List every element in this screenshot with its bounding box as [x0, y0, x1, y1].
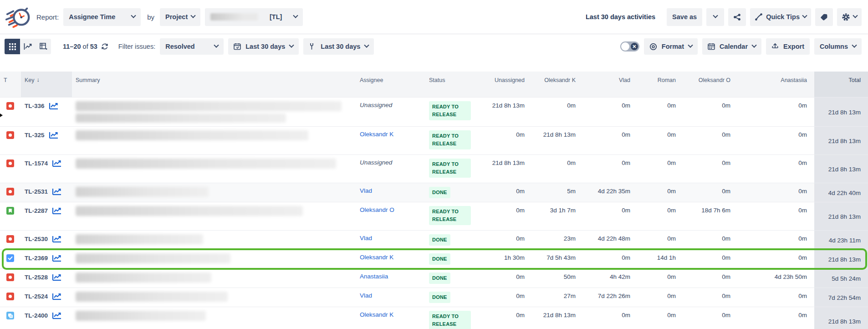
column-header-total[interactable]: Total [814, 72, 868, 97]
issue-key[interactable]: TL-2400 [25, 312, 48, 319]
issue-trend-chart-icon[interactable] [52, 207, 62, 215]
gear-icon [842, 13, 850, 21]
chevron-down-icon [751, 43, 756, 48]
issue-key[interactable]: TL-336 [25, 103, 45, 109]
chevron-down-icon [191, 13, 196, 18]
column-header-p5[interactable]: Anastasiia [738, 72, 814, 97]
column-header-summary[interactable]: Summary [72, 72, 356, 97]
date-range-dropdown[interactable]: Last 30 days [228, 38, 299, 55]
issue-row-TL-2369[interactable]: TL-2369Oleksandr KDONE1h 30m7d 5h 43m0m1… [0, 249, 868, 268]
report-label: Report: [36, 13, 59, 21]
column-header-assignee[interactable]: Assignee [356, 72, 425, 97]
issue-row-TL-2530[interactable]: TL-2530VladDONE0m23m4d 22h 48m0m0m0m4d 2… [0, 230, 868, 249]
issue-trend-chart-icon[interactable] [52, 273, 62, 281]
issue-key[interactable]: TL-1574 [25, 160, 48, 167]
refresh-button[interactable] [101, 43, 108, 50]
time-value-p5: 0m [738, 155, 814, 170]
status-filter-dropdown[interactable]: Resolved [160, 38, 224, 55]
issue-row-TL-2531[interactable]: TL-2531VladDONE0m5m4d 22h 35m0m0m0m4d 22… [0, 183, 868, 202]
assignee-link[interactable]: Vlad [360, 235, 372, 242]
issue-trend-chart-icon[interactable] [52, 235, 62, 243]
issue-key[interactable]: TL-2287 [25, 207, 48, 214]
columns-dropdown[interactable]: Columns [814, 38, 862, 55]
status-badge: READY TO RELEASE [429, 130, 471, 149]
assignee-link[interactable]: Oleksandr K [360, 254, 393, 261]
time-value-p1: 21d 8h 13m [532, 307, 583, 322]
app-logo-icon [4, 3, 32, 31]
grid-view-button[interactable] [5, 39, 20, 54]
issue-key[interactable]: TL-2531 [25, 188, 48, 195]
column-header-status[interactable]: Status [425, 72, 482, 97]
time-value-p5: 0m [738, 288, 814, 303]
issue-trend-chart-icon[interactable] [49, 131, 59, 139]
pivot-view-button[interactable] [36, 39, 51, 54]
time-value-p3: 0m [638, 307, 683, 322]
group-by-dropdown[interactable]: Project [160, 8, 200, 26]
time-value-p4: 0m [683, 288, 738, 303]
save-as-button[interactable]: Save as [667, 8, 702, 26]
save-as-menu-button[interactable] [706, 8, 724, 26]
total-time-value: 21d 8h 13m [814, 155, 868, 183]
issue-trend-chart-icon[interactable] [52, 159, 62, 167]
report-type-dropdown[interactable]: Assignee Time [63, 8, 141, 26]
time-value-p1: 27m [532, 288, 583, 303]
assignee-link[interactable]: Oleksandr K [360, 311, 393, 318]
issue-key[interactable]: TL-2369 [25, 255, 48, 262]
issue-trend-chart-icon[interactable] [52, 312, 62, 319]
column-header-p0[interactable]: Unassigned [482, 72, 532, 97]
issue-trend-chart-icon[interactable] [52, 254, 62, 262]
project-dropdown[interactable]: [TL] [205, 8, 303, 26]
compact-mode-toggle[interactable]: ✕ [620, 41, 639, 51]
assignee-link[interactable]: Vlad [360, 187, 372, 194]
time-value-p1: 0m [532, 98, 583, 113]
activities-link[interactable]: Last 30 days activities [586, 13, 655, 21]
issue-row-TL-2524[interactable]: TL-2524VladDONE0m27m7d 22h 26m0m0m0m7d 2… [0, 288, 868, 307]
issue-trend-chart-icon[interactable] [52, 188, 62, 195]
whats-new-button[interactable] [815, 8, 833, 26]
sort-desc-icon: ↓ [37, 76, 40, 83]
column-header-p4[interactable]: Oleksandr O [683, 72, 738, 97]
total-time-value: 21d 8h 13m [814, 250, 868, 268]
issue-key[interactable]: TL-2524 [25, 293, 48, 300]
worklog-range-dropdown[interactable]: Last 30 days [303, 38, 374, 55]
time-value-p2: 0m [583, 250, 638, 265]
issue-row-TL-2400[interactable]: TL-2400Oleksandr KREADY TO RELEASE0m21d … [0, 307, 868, 329]
share-button[interactable] [728, 8, 746, 26]
assignee-link[interactable]: Vlad [360, 292, 372, 299]
time-value-p5: 0m [738, 250, 814, 265]
time-value-p2: 4d 22h 35m [583, 183, 638, 198]
issue-row-TL-2528[interactable]: TL-2528AnastasiiaDONE0m50m4h 42m0m0m4d 2… [0, 268, 868, 288]
column-header-label: T [4, 76, 7, 84]
column-header-p1[interactable]: Oleksandr K [532, 72, 583, 97]
column-header-key[interactable]: Key↓ [21, 72, 72, 97]
time-value-p0: 0m [482, 127, 532, 142]
quick-tips-button[interactable]: Quick Tips [750, 8, 811, 26]
issue-key[interactable]: TL-325 [25, 132, 45, 139]
settings-button[interactable] [837, 8, 862, 26]
project-name-redacted [210, 13, 258, 21]
pagination-range: 11–20 of 53 [63, 43, 97, 50]
issue-key[interactable]: TL-2530 [25, 236, 48, 242]
calendar-dropdown[interactable]: Calendar [702, 38, 761, 55]
issue-trend-chart-icon[interactable] [49, 102, 59, 110]
time-value-p4: 0m [683, 98, 738, 113]
time-value-p0: 1h 30m [482, 250, 532, 265]
chart-view-button[interactable] [20, 39, 36, 54]
assignee-link[interactable]: Anastasiia [360, 273, 388, 280]
issue-row-TL-325[interactable]: TL-325Oleksandr KREADY TO RELEASE0m21d 8… [0, 126, 868, 154]
column-header-type[interactable]: T [0, 72, 21, 97]
export-button[interactable]: Export [766, 38, 810, 55]
issue-row-TL-1574[interactable]: TL-1574UnassignedREADY TO RELEASE21d 8h … [0, 154, 868, 183]
time-value-p5: 0m [738, 183, 814, 198]
issue-row-TL-336[interactable]: TL-336UnassignedREADY TO RELEASE21d 8h 1… [0, 97, 868, 126]
column-header-p3[interactable]: Roman [638, 72, 683, 97]
assignee-link[interactable]: Oleksandr K [360, 131, 393, 138]
assignee-link[interactable]: Oleksandr O [360, 206, 394, 213]
issue-key[interactable]: TL-2528 [25, 274, 48, 281]
column-header-label: Roman [658, 76, 676, 84]
time-value-p4: 0m [683, 155, 738, 170]
issue-row-TL-2287[interactable]: TL-2287Oleksandr OREADY TO RELEASE0m3d 1… [0, 202, 868, 230]
issue-trend-chart-icon[interactable] [52, 293, 62, 300]
column-header-p2[interactable]: Vlad [583, 72, 638, 97]
format-dropdown[interactable]: Format [644, 38, 698, 55]
